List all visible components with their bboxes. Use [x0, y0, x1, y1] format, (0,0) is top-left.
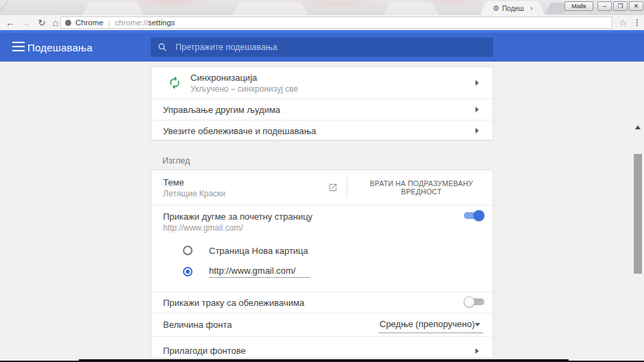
browser-toolbar: ← → ↻ ⌂ Chrome | chrome:// settings ☆ ⋮: [0, 15, 644, 30]
settings-content: Синхронизација Укључено – синхронизуј св…: [0, 62, 644, 362]
search-icon: [158, 42, 167, 52]
custom-url-option[interactable]: [183, 266, 310, 278]
new-tab-page-option[interactable]: Страница Нова картица: [183, 244, 308, 257]
titlebar: ⚙ Подеш × Майк – ❐ ✕: [0, 0, 644, 15]
open-in-new-icon: [328, 183, 338, 192]
theme-row[interactable]: Теме Летящие Краски ВРАТИ НА ПОДРАЗУМЕВА…: [151, 170, 493, 205]
window-minimize-button[interactable]: –: [597, 1, 612, 11]
browser-tab-settings[interactable]: ⚙ Подеш ×: [488, 1, 537, 15]
tab-gear-icon: ⚙: [493, 5, 499, 12]
bookmarks-bar-toggle[interactable]: [464, 296, 484, 307]
address-bar[interactable]: Chrome | chrome:// settings: [60, 16, 612, 29]
custom-homepage-input[interactable]: [209, 266, 310, 278]
vertical-divider: [347, 177, 347, 198]
chevron-right-icon: [475, 107, 479, 112]
font-size-row: Величина фонта Средње (препоручено): [151, 313, 493, 336]
theme-decoration: [82, 2, 144, 15]
reset-to-default-button[interactable]: ВРАТИ НА ПОДРАЗУМЕВАНУ ВРЕДНОСТ: [350, 170, 493, 205]
people-card: Синхронизација Укључено – синхронизуј св…: [151, 66, 493, 140]
scrollbar[interactable]: [632, 123, 644, 362]
titlebar-corner-slant: [0, 0, 21, 15]
browser-menu-icon[interactable]: ⋮: [632, 15, 643, 30]
chevron-right-icon: [475, 348, 479, 354]
url-scheme: chrome://: [115, 18, 148, 27]
sync-row[interactable]: Синхронизација Укључено – синхронизуј св…: [151, 67, 493, 99]
window-restore-button[interactable]: ❐: [613, 1, 628, 11]
customize-fonts-label: Прилагоди фонтове: [163, 346, 246, 356]
theme-name: Летящие Краски: [163, 189, 225, 198]
manage-people-row[interactable]: Управљање другим људима: [151, 99, 493, 120]
chevron-right-icon: [475, 80, 479, 86]
home-button-toggle[interactable]: [464, 210, 484, 221]
site-label: Chrome: [75, 18, 103, 27]
font-size-label: Величина фонта: [163, 320, 232, 330]
bookmarks-bar-row: Прикажи траку са обележивачима: [151, 292, 493, 313]
font-size-dropdown[interactable]: Средње (препоручено): [378, 317, 483, 333]
sync-title: Синхронизација: [190, 73, 257, 83]
theme-decoration: [233, 2, 308, 15]
page-title: Подешавања: [27, 33, 92, 62]
theme-title: Теме: [163, 177, 184, 188]
theme-decoration: [384, 2, 438, 15]
window-bottom-edge-thick: [79, 359, 569, 362]
url-separator: |: [108, 18, 110, 27]
import-bookmarks-row[interactable]: Увезите обележиваче и подешавања: [151, 120, 493, 141]
customize-fonts-row[interactable]: Прилагоди фонтове: [151, 336, 493, 359]
search-input[interactable]: [175, 42, 486, 52]
page-info-icon[interactable]: [65, 20, 71, 26]
home-button-label: Прикажи дугме за почетну страницу: [163, 211, 312, 222]
hamburger-menu-icon[interactable]: [12, 42, 25, 51]
home-button-row: Прикажи дугме за почетну страницу http:/…: [151, 205, 493, 292]
profile-name-button[interactable]: Майк: [565, 1, 593, 11]
new-tab-page-option-label: Страница Нова картица: [209, 246, 308, 256]
radio-button[interactable]: [183, 246, 193, 255]
bookmarks-bar-label: Прикажи траку са обележивачима: [163, 297, 304, 307]
reload-icon[interactable]: ↻: [36, 15, 48, 30]
appearance-section-label: Изглед: [162, 156, 190, 166]
scrollbar-thumb[interactable]: [634, 154, 642, 274]
browser-window: ⚙ Подеш × Майк – ❐ ✕ ← → ↻ ⌂ Chrome | ch…: [0, 0, 644, 362]
chevron-right-icon: [475, 128, 479, 133]
forward-icon: →: [19, 15, 32, 30]
appearance-card: Теме Летящие Краски ВРАТИ НА ПОДРАЗУМЕВА…: [151, 170, 493, 359]
settings-header: Подешавања: [0, 33, 644, 62]
radio-button[interactable]: [183, 267, 193, 276]
bookmark-star-icon[interactable]: ☆: [617, 15, 629, 30]
tab-close-icon[interactable]: ×: [530, 5, 534, 12]
sync-status: Укључено – синхронизуј све: [190, 84, 298, 94]
url-path: settings: [148, 18, 175, 27]
import-bookmarks-label: Увезите обележиваче и подешавања: [163, 125, 317, 135]
dropdown-arrow-icon: [475, 323, 480, 326]
window-close-button[interactable]: ✕: [629, 1, 643, 11]
settings-search[interactable]: [151, 38, 493, 57]
manage-people-label: Управљање другим људима: [163, 104, 280, 114]
scroll-up-icon[interactable]: [635, 125, 641, 129]
font-size-value: Средње (препоручено): [380, 319, 475, 329]
back-icon[interactable]: ←: [4, 15, 16, 30]
home-button-url: http://www.gmail.com/: [163, 223, 243, 233]
sync-icon: [168, 76, 182, 90]
tab-title: Подеш: [502, 5, 529, 12]
